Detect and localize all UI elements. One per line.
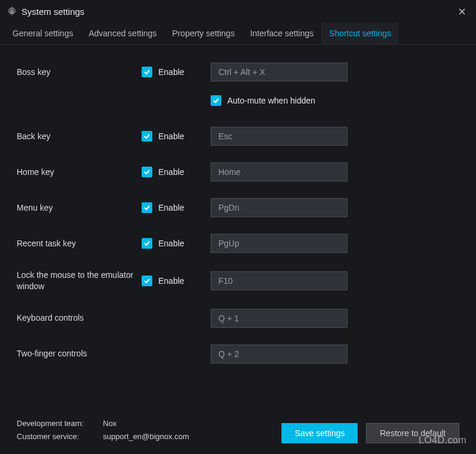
home-key-enable-checkbox[interactable] bbox=[142, 167, 152, 177]
recent-key-enable-checkbox[interactable] bbox=[142, 238, 152, 249]
tab-shortcut[interactable]: Shortcut settings bbox=[321, 23, 399, 44]
footer: Development team: Nox Customer service: … bbox=[0, 409, 476, 454]
boss-key-label: Boss key bbox=[17, 67, 142, 78]
boss-key-enable-label: Enable bbox=[158, 67, 184, 77]
support-label: Customer service: bbox=[17, 430, 103, 443]
lockmouse-input[interactable] bbox=[211, 271, 347, 290]
home-key-enable-label: Enable bbox=[158, 167, 184, 177]
row-back-key: Back key Enable bbox=[17, 127, 459, 146]
restore-button[interactable]: Restore to default bbox=[366, 423, 459, 443]
lockmouse-label: Lock the mouse to the emulator window bbox=[17, 270, 142, 292]
gear-icon bbox=[7, 7, 17, 16]
menu-key-enable-checkbox[interactable] bbox=[142, 202, 152, 213]
dev-team-value: Nox bbox=[103, 417, 117, 430]
tabs: General settings Advanced settings Prope… bbox=[0, 23, 476, 45]
back-key-enable-checkbox[interactable] bbox=[142, 131, 152, 142]
back-key-enable-label: Enable bbox=[158, 131, 184, 141]
row-lockmouse: Lock the mouse to the emulator window En… bbox=[17, 270, 459, 292]
twofinger-controls-label: Two-finger controls bbox=[17, 348, 142, 359]
boss-key-enable-checkbox[interactable] bbox=[142, 67, 152, 77]
keyboard-controls-label: Keyboard controls bbox=[17, 312, 142, 324]
svg-point-0 bbox=[11, 10, 13, 12]
row-home-key: Home key Enable bbox=[17, 162, 459, 181]
row-keyboard-controls: Keyboard controls bbox=[17, 309, 459, 328]
lockmouse-enable-checkbox[interactable] bbox=[142, 275, 152, 286]
back-key-input[interactable] bbox=[211, 127, 347, 146]
home-key-label: Home key bbox=[17, 167, 142, 178]
keyboard-controls-input[interactable] bbox=[211, 309, 347, 328]
support-value: support_en@bignox.com bbox=[103, 430, 189, 443]
close-icon[interactable] bbox=[455, 4, 469, 18]
recent-key-label: Recent task key bbox=[17, 238, 142, 249]
row-recent-key: Recent task key Enable bbox=[17, 234, 459, 253]
window-title: System settings bbox=[21, 7, 455, 17]
row-twofinger-controls: Two-finger controls bbox=[17, 345, 459, 364]
menu-key-enable-label: Enable bbox=[158, 203, 184, 212]
tab-property[interactable]: Property settings bbox=[164, 23, 242, 44]
menu-key-input[interactable] bbox=[211, 198, 347, 217]
menu-key-label: Menu key bbox=[17, 202, 142, 214]
titlebar: System settings bbox=[0, 0, 476, 23]
automute-label: Auto-mute when hidden bbox=[227, 96, 315, 105]
save-button[interactable]: Save settings bbox=[281, 423, 358, 443]
dev-team-label: Development team: bbox=[17, 417, 103, 430]
tab-general[interactable]: General settings bbox=[5, 23, 81, 44]
twofinger-controls-input[interactable] bbox=[211, 345, 347, 364]
boss-key-input[interactable] bbox=[211, 62, 347, 82]
recent-key-enable-label: Enable bbox=[158, 239, 184, 248]
content: Boss key Enable Auto-mute when hidden Ba… bbox=[0, 45, 476, 386]
lockmouse-enable-label: Enable bbox=[158, 276, 184, 286]
tab-advanced[interactable]: Advanced settings bbox=[81, 23, 164, 44]
automute-checkbox[interactable] bbox=[211, 95, 221, 106]
row-menu-key: Menu key Enable bbox=[17, 198, 459, 217]
row-boss-key: Boss key Enable bbox=[17, 62, 459, 82]
tab-interface[interactable]: Interface settings bbox=[242, 23, 321, 44]
home-key-input[interactable] bbox=[211, 162, 347, 181]
recent-key-input[interactable] bbox=[211, 234, 347, 253]
footer-info: Development team: Nox Customer service: … bbox=[17, 417, 281, 443]
row-boss-automute: Auto-mute when hidden bbox=[17, 91, 459, 110]
back-key-label: Back key bbox=[17, 131, 142, 142]
